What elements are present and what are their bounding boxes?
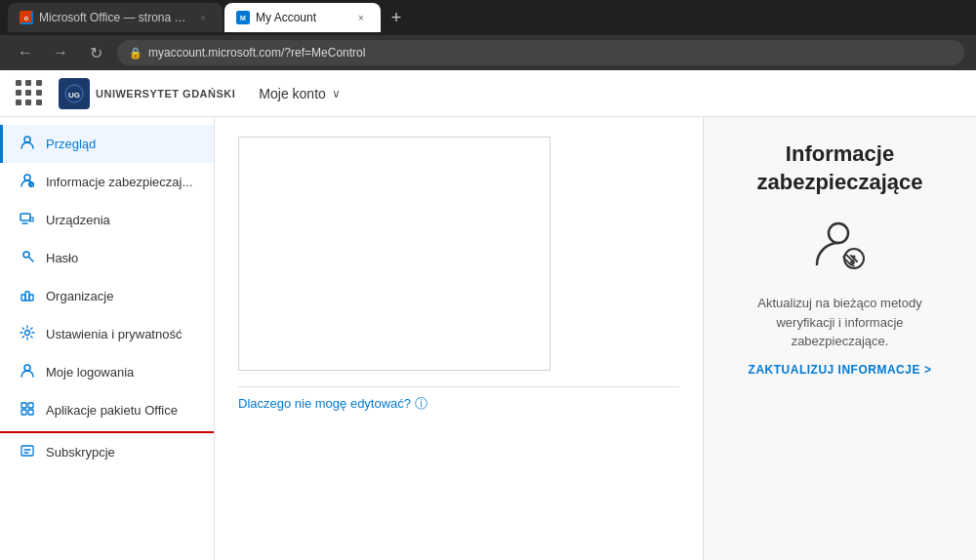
edit-link-text: Dlaczego nie mogę edytować? [238,396,411,411]
security-info-icon: ✎ [19,173,36,191]
info-icon: ⓘ [415,396,427,411]
svg-rect-10 [20,214,30,220]
url-box[interactable]: 🔒 myaccount.microsoft.com/?ref=MeControl [117,40,964,65]
password-icon [19,249,36,267]
devices-icon [19,211,36,229]
svg-point-15 [25,331,30,336]
svg-point-6 [24,137,30,142]
new-tab-button[interactable]: + [383,4,410,31]
logins-icon [19,363,36,381]
tab-bar: o Microsoft Office — strona głów... × M … [0,0,976,35]
sidebar-item-subskrypcje[interactable]: Subskrypcje [0,433,214,471]
sidebar-item-urzadzenia[interactable]: Urządzenia [0,201,214,239]
sidebar-item-informacje[interactable]: ✎ Informacje zabezpieczaj... [0,163,214,201]
waffle-dot [36,100,42,105]
address-bar: ← → ↻ 🔒 myaccount.microsoft.com/?ref=MeC… [0,35,976,70]
sidebar-item-informacje-label: Informacje zabezpieczaj... [46,175,192,189]
chevron-down-icon: ∨ [332,87,341,100]
svg-rect-19 [21,410,26,415]
account-menu[interactable]: Moje konto ∨ [251,82,347,105]
right-panel-title: Informacje zabezpieczające [727,140,953,196]
university-name: UNIWERSYTET GDAŃSKI [96,88,235,100]
svg-point-7 [24,175,30,180]
lock-icon: 🔒 [129,47,142,60]
waffle-dot [36,90,42,96]
svg-rect-17 [21,403,26,408]
sidebar: Przegląd ✎ Informacje zabezpieczaj... [0,117,215,560]
sidebar-item-logowania[interactable]: Moje logowania [0,353,214,391]
app-header: UG UNIWERSYTET GDAŃSKI Moje konto ∨ [0,70,976,117]
update-link[interactable]: ZAKTUALIZUJ INFORMACJE > [749,363,932,377]
waffle-menu-button[interactable] [16,80,43,107]
refresh-button[interactable]: ↻ [82,39,109,66]
svg-rect-18 [28,403,33,408]
sidebar-item-ustawienia[interactable]: Ustawienia i prywatność [0,315,214,353]
my-account-favicon: M [236,11,250,24]
waffle-dot [16,80,21,86]
update-link-chevron: > [924,363,932,377]
back-button[interactable]: ← [12,39,39,66]
waffle-dot [25,80,31,86]
sidebar-item-subskrypcje-label: Subskrypcje [46,445,115,460]
svg-text:o: o [24,15,28,21]
sidebar-item-ustawienia-label: Ustawienia i prywatność [46,327,182,341]
sidebar-item-logowania-label: Moje logowania [46,365,134,380]
content-area: Dlaczego nie mogę edytować? ⓘ Informacje… [215,117,976,560]
waffle-dot [25,90,31,96]
ms-office-favicon: o [20,11,33,24]
url-text: myaccount.microsoft.com/?ref=MeControl [148,46,365,60]
profile-card [238,137,550,371]
tab-office-title: Microsoft Office — strona głów... [39,11,189,24]
svg-point-24 [852,256,855,259]
svg-point-16 [24,365,30,371]
waffle-dot [25,100,31,105]
sidebar-item-aplikacje[interactable]: Aplikacje pakietu Office [0,391,214,429]
svg-rect-14 [29,295,33,300]
svg-text:✎: ✎ [30,182,33,187]
sidebar-item-haslo[interactable]: Hasło [0,239,214,277]
sidebar-item-przeglad-label: Przegląd [46,137,96,151]
content-main: Dlaczego nie mogę edytować? ⓘ [215,117,703,560]
browser-chrome: o Microsoft Office — strona głów... × M … [0,0,976,70]
sidebar-item-haslo-label: Hasło [46,251,78,265]
organizations-icon [19,287,36,305]
subscriptions-icon [19,443,36,461]
svg-point-11 [23,252,29,258]
security-user-icon [811,216,870,274]
sidebar-item-organizacje[interactable]: Organizacje [0,277,214,315]
edit-link[interactable]: Dlaczego nie mogę edytować? ⓘ [238,386,679,420]
sidebar-item-przeglad[interactable]: Przegląd [0,125,214,163]
waffle-dot [36,80,42,86]
svg-rect-21 [21,446,33,456]
university-badge: UG [59,78,90,109]
right-panel-description: Aktualizuj na bieżąco metody weryfikacji… [727,294,953,351]
office-apps-icon [19,401,36,420]
tab-account[interactable]: M My Account × [224,3,381,32]
sidebar-item-organizacje-label: Organizacje [46,289,113,303]
settings-icon [19,325,36,343]
account-menu-label: Moje konto [259,86,325,101]
sidebar-item-urzadzenia-label: Urządzenia [46,213,110,227]
waffle-dot [16,90,21,96]
security-icon-container [811,216,870,274]
waffle-dot [16,100,21,105]
tab-account-close[interactable]: × [353,10,369,25]
svg-text:M: M [240,15,246,21]
university-logo: UG UNIWERSYTET GDAŃSKI [59,78,235,109]
overview-icon [19,135,36,153]
tab-account-title: My Account [256,11,347,24]
svg-point-22 [829,223,848,243]
tab-office-close[interactable]: × [195,10,211,25]
main-layout: Przegląd ✎ Informacje zabezpieczaj... [0,117,976,560]
svg-text:UG: UG [68,91,80,100]
forward-button[interactable]: → [47,39,74,66]
right-panel: Informacje zabezpieczające Aktualizuj na… [703,117,976,560]
tab-office[interactable]: o Microsoft Office — strona głów... × [8,3,223,32]
sidebar-item-aplikacje-label: Aplikacje pakietu Office [46,403,178,418]
svg-rect-20 [28,410,33,415]
update-link-text: ZAKTUALIZUJ INFORMACJE [749,363,920,377]
